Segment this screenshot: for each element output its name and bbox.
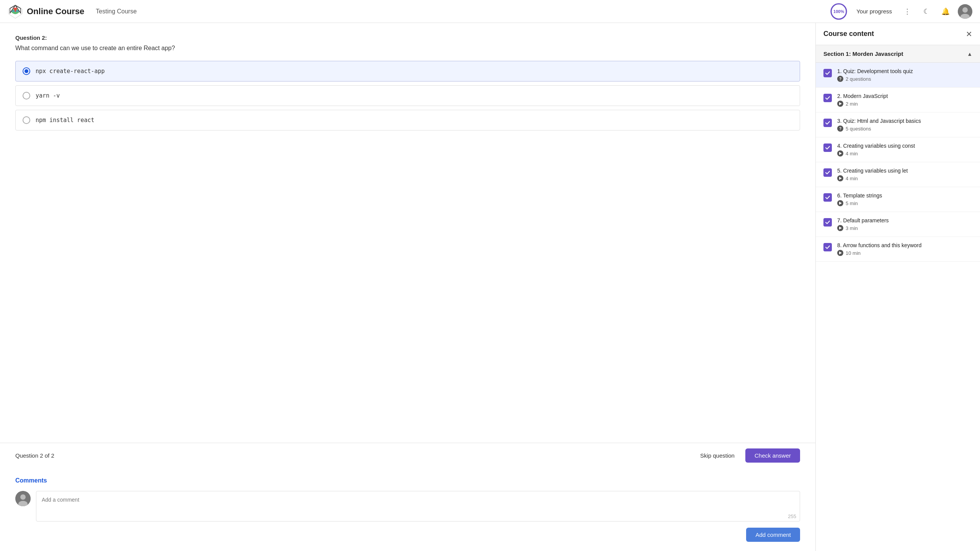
option-2[interactable]: yarn -v (15, 85, 800, 106)
item-checkbox-2 (823, 94, 832, 102)
progress-circle: 100% (830, 2, 848, 21)
option-1[interactable]: npx create-react-app (15, 61, 800, 82)
item-meta-text-1: 2 questions (846, 76, 871, 82)
item-title-3: 3. Quiz: Html and Javascript basics (837, 118, 972, 124)
item-title-2: 2. Modern JavaScript (837, 93, 972, 99)
item-title-5: 5. Creating variables using let (837, 168, 972, 174)
course-items-list: 1. Quiz: Development tools quiz ? 2 ques… (816, 63, 980, 262)
play-icon (837, 175, 843, 181)
header: Online Course Testing Course 100% Your p… (0, 0, 980, 23)
option-1-text: npx create-react-app (36, 68, 105, 75)
avatar[interactable] (958, 4, 972, 19)
bottom-actions: Skip question Check answer (696, 448, 800, 463)
option-3-text: npm install react (36, 117, 95, 124)
course-item-5[interactable]: 5. Creating variables using let 4 min (816, 162, 980, 187)
item-checkbox-3 (823, 119, 832, 127)
item-checkbox-4 (823, 143, 832, 152)
item-checkbox-5 (823, 168, 832, 177)
item-content-2: 2. Modern JavaScript 2 min (837, 93, 972, 107)
course-item-1[interactable]: 1. Quiz: Development tools quiz ? 2 ques… (816, 63, 980, 88)
play-icon (837, 250, 843, 256)
more-icon: ⋮ (904, 7, 911, 16)
item-meta-2: 2 min (837, 101, 972, 107)
your-progress-button[interactable]: Your progress (853, 7, 895, 16)
play-icon (837, 225, 843, 231)
dark-mode-button[interactable]: ☾ (920, 5, 933, 18)
item-meta-text-2: 2 min (846, 101, 858, 107)
course-item-2[interactable]: 2. Modern JavaScript 2 min (816, 88, 980, 112)
item-content-6: 6. Template strings 5 min (837, 192, 972, 206)
item-content-8: 8. Arrow functions and this keyword 10 m… (837, 242, 972, 256)
item-meta-6: 5 min (837, 200, 972, 206)
question-text: What command can we use to create an ent… (15, 45, 800, 52)
section-name: Section 1: Morden Javascript (823, 51, 903, 57)
item-checkbox-7 (823, 218, 832, 227)
radio-empty-3 (23, 116, 30, 124)
logo-icon (8, 4, 23, 19)
chevron-up-icon: ▲ (967, 51, 972, 57)
svg-point-6 (962, 7, 968, 13)
item-content-7: 7. Default parameters 3 min (837, 217, 972, 231)
close-sidebar-button[interactable]: ✕ (966, 30, 972, 38)
play-icon (837, 101, 843, 107)
item-meta-text-4: 4 min (846, 151, 858, 156)
item-title-8: 8. Arrow functions and this keyword (837, 242, 972, 248)
play-icon (837, 150, 843, 156)
radio-empty-2 (23, 92, 30, 99)
sidebar-header: Course content ✕ (816, 23, 980, 45)
dark-mode-icon: ☾ (923, 7, 929, 16)
add-comment-button[interactable]: Add comment (746, 528, 800, 542)
item-content-3: 3. Quiz: Html and Javascript basics ? 5 … (837, 118, 972, 132)
check-answer-button[interactable]: Check answer (745, 448, 800, 463)
bottom-bar: Question 2 of 2 Skip question Check answ… (0, 443, 815, 468)
svg-point-9 (20, 494, 26, 500)
main-layout: Question 2: What command can we use to c… (0, 23, 980, 551)
course-item-6[interactable]: 6. Template strings 5 min (816, 187, 980, 212)
item-checkbox-8 (823, 243, 832, 251)
logo-text: Online Course (27, 7, 84, 16)
item-title-1: 1. Quiz: Development tools quiz (837, 68, 972, 74)
course-item-4[interactable]: 4. Creating variables using const 4 min (816, 137, 980, 162)
item-meta-8: 10 min (837, 250, 972, 256)
item-meta-text-8: 10 min (846, 250, 861, 256)
radio-inner (24, 69, 28, 73)
header-right: 100% Your progress ⋮ ☾ 🔔 (830, 2, 972, 21)
logo-area: Online Course (8, 4, 84, 19)
notifications-button[interactable]: 🔔 (939, 5, 952, 18)
section-header[interactable]: Section 1: Morden Javascript ▲ (816, 45, 980, 63)
sidebar-title: Course content (823, 30, 874, 38)
item-meta-3: ? 5 questions (837, 126, 972, 132)
progress-label: 100% (833, 9, 844, 14)
more-options-button[interactable]: ⋮ (900, 5, 914, 18)
item-content-4: 4. Creating variables using const 4 min (837, 143, 972, 156)
skip-button[interactable]: Skip question (696, 449, 739, 462)
item-meta-1: ? 2 questions (837, 76, 972, 82)
item-title-4: 4. Creating variables using const (837, 143, 972, 149)
course-item-8[interactable]: 8. Arrow functions and this keyword 10 m… (816, 237, 980, 262)
comments-title[interactable]: Comments (15, 477, 800, 484)
item-meta-text-3: 5 questions (846, 126, 871, 132)
item-title-6: 6. Template strings (837, 192, 972, 199)
item-meta-text-5: 4 min (846, 176, 858, 181)
comments-section: Comments 255 Add comment (0, 468, 815, 551)
comment-input[interactable] (36, 491, 800, 522)
item-meta-text-6: 5 min (846, 201, 858, 206)
add-comment-row: Add comment (15, 528, 800, 542)
play-icon (837, 200, 843, 206)
item-meta-4: 4 min (837, 150, 972, 156)
question-icon: ? (837, 126, 843, 132)
item-meta-7: 3 min (837, 225, 972, 231)
question-label: Question 2: (15, 34, 800, 41)
item-content-5: 5. Creating variables using let 4 min (837, 168, 972, 181)
course-item-7[interactable]: 7. Default parameters 3 min (816, 212, 980, 237)
course-title: Testing Course (96, 8, 137, 15)
comment-input-row: 255 (15, 491, 800, 523)
option-3[interactable]: npm install react (15, 110, 800, 130)
course-item-3[interactable]: 3. Quiz: Html and Javascript basics ? 5 … (816, 112, 980, 137)
item-checkbox-1 (823, 69, 832, 77)
question-icon: ? (837, 76, 843, 82)
item-checkbox-6 (823, 193, 832, 202)
sidebar: Course content ✕ Section 1: Morden Javas… (815, 23, 980, 551)
item-meta-5: 4 min (837, 175, 972, 181)
item-title-7: 7. Default parameters (837, 217, 972, 223)
